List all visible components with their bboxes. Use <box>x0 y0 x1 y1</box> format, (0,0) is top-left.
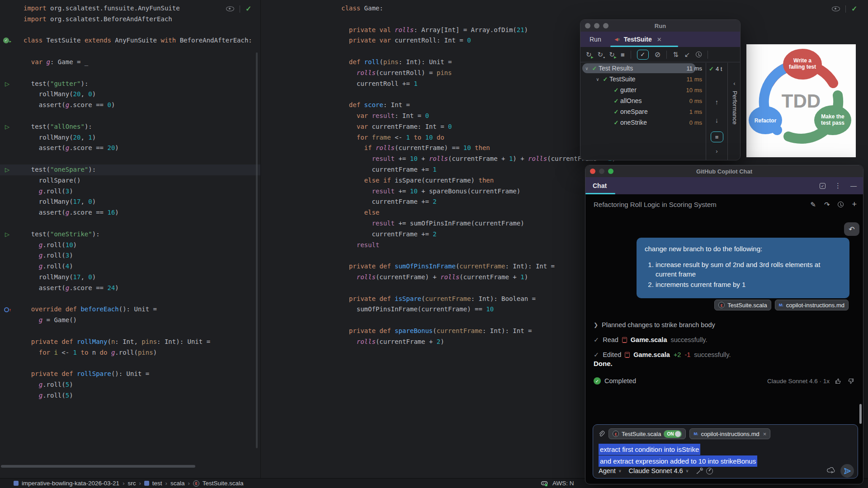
cloud-sync-icon[interactable] <box>827 467 836 474</box>
context-chip[interactable]: M↓copilot-instructions.md <box>775 300 849 310</box>
code-line[interactable] <box>0 326 260 337</box>
test-tree-row[interactable]: ∨✓TestSuite11 ms <box>580 74 706 84</box>
show-ignored-icon[interactable]: ⊘ <box>655 51 660 58</box>
code-line[interactable]: ▷ test("oneSpare"): <box>0 164 260 175</box>
code-line[interactable]: rollMany(17, 0) <box>0 272 260 283</box>
code-line[interactable]: rollSpare() <box>0 175 260 186</box>
tools-icon[interactable] <box>696 467 703 475</box>
send-button[interactable] <box>840 464 854 478</box>
test-tree-row[interactable]: ✓oneSpare1 ms <box>580 106 706 117</box>
inspections-ok-icon[interactable]: ✓ <box>851 5 857 13</box>
chip-on-toggle[interactable]: ON <box>664 430 682 438</box>
breadcrumb-item[interactable]: scala <box>170 480 185 487</box>
run-gutter-icon[interactable]: ▷ <box>5 122 9 132</box>
hide-icon[interactable]: — <box>850 182 857 189</box>
undo-button[interactable]: ↶ <box>844 222 859 236</box>
test-history-icon[interactable] <box>696 52 702 57</box>
code-line[interactable] <box>0 111 260 122</box>
code-vision-eye-icon[interactable] <box>226 6 234 11</box>
copilot-status-icon[interactable] <box>541 480 548 487</box>
test-tree-row[interactable]: ∨✓Test Results11 ms <box>580 63 706 74</box>
code-line[interactable]: private def rollSpare(): Unit = <box>0 369 260 380</box>
chat-scrollbar[interactable] <box>859 404 862 424</box>
breadcrumb-item[interactable]: test <box>144 480 162 487</box>
rerun-failed-icon[interactable]: ↻● <box>598 51 604 58</box>
test-tree-row[interactable]: ✓oneStrike0 ms <box>580 117 706 128</box>
expand-chevron-icon[interactable]: › <box>706 148 727 155</box>
thumbs-down-icon[interactable] <box>847 378 854 385</box>
code-line[interactable]: override def beforeEach(): Unit = <box>0 304 260 315</box>
file-name[interactable]: Game.scala <box>633 351 670 358</box>
code-line[interactable]: assert(g.score == 20) <box>0 143 260 154</box>
code-line[interactable]: ▷ test("gutter"): <box>0 79 260 89</box>
test-tree-row[interactable]: ✓allOnes0 ms <box>580 95 706 106</box>
code-line[interactable] <box>0 294 260 305</box>
chevron-right-icon[interactable]: ❯ <box>594 322 598 328</box>
code-line[interactable] <box>0 218 260 229</box>
code-line[interactable]: assert(g.score == 0) <box>0 100 260 111</box>
expand-chevron-icon[interactable]: ∨ <box>583 66 590 71</box>
rerun-icon[interactable]: ↻▶ <box>586 51 592 58</box>
prompt-input[interactable]: extract first condition into isStrike an… <box>599 444 757 467</box>
code-line[interactable] <box>0 25 260 36</box>
code-line[interactable]: assert(g.score == 16) <box>0 207 260 218</box>
code-line[interactable]: rollMany(20, 1) <box>0 132 260 143</box>
override-gutter-icon[interactable] <box>4 307 9 312</box>
file-name[interactable]: Game.scala <box>631 336 667 343</box>
thread-title[interactable]: Refactoring Roll Logic in Scoring System <box>594 201 810 208</box>
tab-run[interactable]: Run <box>590 36 601 43</box>
attach-icon[interactable] <box>598 430 605 437</box>
move-to-editor-icon[interactable]: ↙ <box>820 183 826 189</box>
code-line[interactable]: class Game: <box>261 3 868 14</box>
chat-input-box[interactable]: ε TestSuite.scala ON M↓ copilot-instruct… <box>593 424 858 479</box>
tab-testsuite[interactable]: ◀≡ TestSuite ✕ <box>615 36 662 43</box>
mode-selector[interactable]: Agent <box>599 467 616 474</box>
code-line[interactable]: g.roll(10) <box>0 240 260 251</box>
code-line[interactable]: var g: Game = _ <box>0 57 260 68</box>
code-line[interactable] <box>0 46 260 57</box>
code-line[interactable]: assert(g.score == 24) <box>0 283 260 294</box>
code-line[interactable]: g.roll(5) <box>0 390 260 401</box>
usage-dial-icon[interactable] <box>706 468 713 474</box>
breadcrumb-item[interactable]: src <box>127 480 136 487</box>
code-line[interactable]: g.roll(5) <box>0 380 260 390</box>
inspections-ok-icon[interactable]: ✓ <box>245 5 251 13</box>
step-read-row[interactable]: ✓ReadGame.scalasuccessfully. <box>594 334 854 345</box>
plan-row[interactable]: ❯ Planned changes to strike branch body <box>594 319 854 330</box>
redo-icon[interactable]: ↷ <box>824 201 830 209</box>
sort-by-duration-icon[interactable]: ⇅ <box>673 51 679 58</box>
performance-tab[interactable]: Performance <box>731 91 738 124</box>
thumbs-up-icon[interactable] <box>835 378 842 385</box>
breadcrumb-item[interactable]: εTestSuite.scala <box>193 480 244 487</box>
context-chip-testsuite[interactable]: ε TestSuite.scala ON <box>609 428 686 439</box>
run-gutter-icon[interactable]: ▷ <box>5 229 9 240</box>
step-edited-row[interactable]: ✓EditedGame.scala+2-1successfully. <box>594 349 854 360</box>
run-titlebar[interactable]: Run <box>580 20 740 32</box>
rerun-auto-icon[interactable]: ↻▶ <box>609 51 615 58</box>
code-line[interactable]: for i <- 1 to n do g.roll(pins) <box>0 347 260 358</box>
left-horizontal-scrollbar[interactable] <box>1 465 195 468</box>
code-vision-eye-icon[interactable] <box>832 6 840 11</box>
code-line[interactable]: g.roll(4) <box>0 261 260 272</box>
history-icon[interactable] <box>838 202 844 207</box>
import-results-icon[interactable]: ↙ <box>684 51 690 58</box>
run-gutter-icon[interactable]: ▷ <box>5 79 9 89</box>
code-line[interactable] <box>0 68 260 79</box>
tab-chat[interactable]: Chat <box>593 182 607 189</box>
aws-status[interactable]: AWS: N <box>552 480 574 487</box>
remove-chip-icon[interactable]: × <box>763 431 767 437</box>
show-passed-icon[interactable]: ✓ <box>637 50 649 60</box>
previous-test-icon[interactable]: ↑ <box>706 98 727 106</box>
model-selector[interactable]: Claude Sonnet 4.6 <box>629 467 683 474</box>
code-line[interactable]: import org.scalatest.funsuite.AnyFunSuit… <box>0 3 260 14</box>
code-line[interactable]: g.roll(3) <box>0 186 260 197</box>
expand-chevron-icon[interactable]: ∨ <box>594 77 601 82</box>
code-line[interactable] <box>261 14 868 25</box>
left-vertical-scrollbar[interactable] <box>256 52 258 448</box>
track-test-icon[interactable]: ≡ <box>706 131 727 142</box>
more-options-icon[interactable]: ⋮ <box>835 182 841 190</box>
code-line[interactable]: ▷ test("allOnes"): <box>0 122 260 132</box>
context-chip-instructions[interactable]: M↓ copilot-instructions.md × <box>689 428 770 439</box>
code-line[interactable]: rollMany(17, 0) <box>0 197 260 207</box>
code-line[interactable]: g.roll(3) <box>0 250 260 261</box>
